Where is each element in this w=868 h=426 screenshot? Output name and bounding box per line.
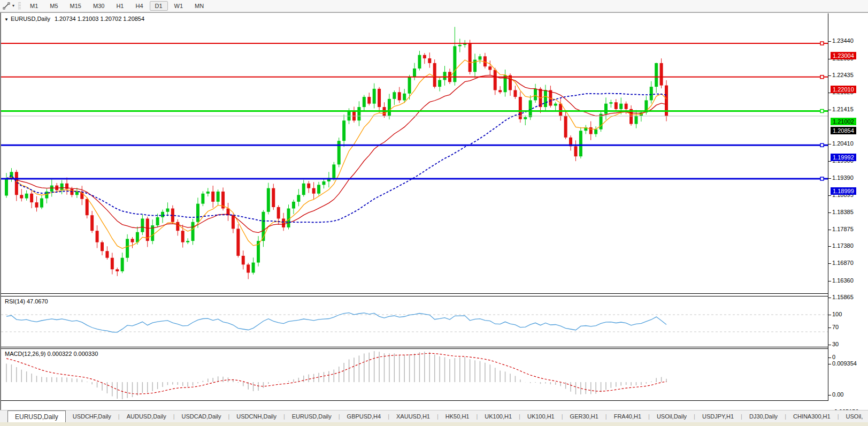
line-end-marker[interactable]	[820, 75, 824, 79]
fast-ma-line	[6, 60, 666, 248]
chart-tab-eurusd-daily[interactable]: EURUSD,Daily	[7, 410, 66, 422]
chart-tab-audusd-daily[interactable]: AUDUSD,Daily	[120, 410, 173, 422]
chart-tab-hk50-h1[interactable]: HK50,H1	[439, 410, 477, 422]
price-tick: 1.17875	[832, 226, 854, 232]
toolbar-grip[interactable]	[18, 2, 21, 10]
chart-ohlc-values: 1.20734 1.21003 1.20702 1.20854	[55, 16, 144, 22]
rsi-tick: 100	[832, 311, 842, 317]
price-tick: 1.21415	[832, 106, 854, 112]
chart-tab-ger30-h1[interactable]: GER30,H1	[563, 410, 605, 422]
rsi-tick: 70	[832, 324, 839, 330]
rsi-label: RSI(14) 47.0670	[5, 298, 48, 305]
candles	[5, 27, 668, 279]
chart-tab-usdcnh-daily[interactable]: USDCNH,Daily	[229, 410, 283, 422]
dropdown-arrow-icon[interactable]: ▾	[12, 3, 14, 8]
price-tick: 1.19390	[832, 174, 854, 181]
axis-tickmark	[828, 178, 831, 179]
chart-tab-uk100-h1[interactable]: UK100,H1	[478, 410, 519, 422]
price-badge: 1.19992	[831, 154, 856, 161]
crosshair-line-icon	[3, 2, 10, 10]
chart-window: ▼EURUSD,Daily1.20734 1.21003 1.20702 1.2…	[0, 12, 868, 410]
chart-tab-usdcad-daily[interactable]: USDCAD,Daily	[175, 410, 228, 422]
chart-tab-usdchf-daily[interactable]: USDCHF,Daily	[66, 410, 118, 422]
axis-tickmark	[828, 144, 831, 144]
price-badge: 1.20854	[831, 127, 856, 134]
timeframe-button-m15[interactable]: M15	[65, 1, 87, 11]
chart-tab-xauusd-h1[interactable]: XAUUSD,H1	[389, 410, 437, 422]
chart-tab-usoil-daily[interactable]: USOil,Daily	[650, 410, 694, 422]
candlestick-chart[interactable]	[1, 13, 828, 293]
chart-tab-fra40-h1[interactable]: FRA40,H1	[607, 410, 648, 422]
price-tick: 1.23440	[832, 37, 854, 44]
axis-tickmark	[828, 41, 831, 42]
line-tools-icon[interactable]	[1, 2, 12, 10]
axis-tickmark	[828, 110, 831, 110]
line-end-marker[interactable]	[820, 177, 824, 180]
line-end-marker[interactable]	[820, 143, 824, 147]
axis-tickmark	[828, 345, 831, 345]
axis-tickmark	[828, 212, 831, 213]
axis-tickmark	[828, 246, 831, 247]
price-tick: 1.17380	[832, 242, 854, 249]
axis-tickmark	[828, 75, 831, 76]
timeframe-button-w1[interactable]: W1	[169, 1, 189, 11]
chart-tab-usdjpy-h1[interactable]: USDJPY,H1	[695, 410, 741, 422]
rsi-line	[6, 313, 666, 332]
axis-tickmark	[828, 364, 831, 364]
axis-tickmark	[828, 328, 831, 328]
price-tick: 1.15865	[832, 294, 854, 300]
rsi-chart[interactable]	[1, 296, 828, 347]
timeframe-button-d1[interactable]: D1	[150, 1, 168, 11]
timeframe-button-m1[interactable]: M1	[25, 1, 43, 11]
macd-histogram	[6, 351, 666, 399]
top-toolbar: ▾ M1M5M15M30H1H4D1W1MN	[0, 0, 868, 12]
chart-title: ▼EURUSD,Daily1.20734 1.21003 1.20702 1.2…	[4, 16, 144, 22]
chart-tab-eurusd-daily[interactable]: EURUSD,Daily	[285, 410, 339, 422]
rsi-indicator-pane[interactable]: RSI(14) 47.0670	[1, 296, 868, 347]
axis-tickmark	[828, 315, 831, 315]
status-strip	[0, 422, 868, 426]
macd-label: MACD(12,26,9) 0.000322 0.000330	[5, 351, 98, 357]
chart-tab-china300-h1[interactable]: CHINA300,H1	[786, 410, 838, 422]
price-tick: 1.20410	[832, 140, 854, 147]
timeframe-button-m30[interactable]: M30	[88, 1, 110, 11]
price-tick: 1.18385	[832, 209, 854, 215]
price-badge: 1.22010	[831, 86, 856, 93]
price-tick: 1.22435	[832, 72, 854, 78]
price-badge: 1.23004	[831, 52, 856, 59]
line-end-marker[interactable]	[820, 42, 824, 45]
collapse-arrow-icon[interactable]: ▼	[4, 17, 9, 22]
axis-tickmark	[828, 230, 831, 230]
axis-tickmark	[828, 357, 831, 358]
axis-tickmark	[828, 298, 831, 298]
axis-tickmark	[828, 281, 831, 282]
price-tick: 1.16360	[832, 277, 854, 284]
timeframe-button-m5[interactable]: M5	[44, 1, 63, 11]
timeframe-button-h1[interactable]: H1	[111, 1, 129, 11]
axis-tickmark	[828, 263, 831, 264]
chart-tab-uk100-h1[interactable]: UK100,H1	[520, 410, 562, 422]
axis-tickmark	[828, 195, 831, 196]
price-tick: 1.16870	[832, 260, 854, 266]
chart-tab-usoil-[interactable]: USOil,	[839, 410, 868, 422]
macd-indicator-pane[interactable]: MACD(12,26,9) 0.000322 0.000330	[1, 348, 868, 401]
macd-tick: 0.00	[832, 391, 843, 398]
chart-tab-dj30-daily[interactable]: DJ30,Daily	[742, 410, 785, 422]
price-badge: 1.18999	[831, 187, 856, 195]
rsi-tick: 30	[832, 341, 839, 347]
timeframe-button-group: M1M5M15M30H1H4D1W1MN	[24, 1, 210, 11]
timeframe-button-mn[interactable]: MN	[189, 1, 209, 11]
rsi-tick: 0	[832, 354, 835, 360]
price-badge: 1.21002	[831, 118, 856, 125]
slow-ma-line	[6, 94, 666, 223]
timeframe-button-h4[interactable]: H4	[130, 1, 148, 11]
axis-tickmark	[828, 395, 831, 395]
chart-tab-bar: EURUSD,DailyUSDCHF,Daily|AUDUSD,Daily|US…	[0, 410, 868, 422]
chart-tab-gbpusd-h4[interactable]: GBPUSD,H4	[340, 410, 388, 422]
price-chart-pane[interactable]: ▼EURUSD,Daily1.20734 1.21003 1.20702 1.2…	[1, 13, 868, 294]
macd-tick: 0.009354	[832, 360, 857, 367]
price-axis[interactable]: 1.234401.229301.224351.219251.214151.204…	[828, 13, 868, 401]
macd-chart[interactable]	[1, 349, 828, 400]
line-end-marker[interactable]	[820, 109, 824, 112]
chart-symbol-label: EURUSD,Daily	[11, 16, 50, 22]
